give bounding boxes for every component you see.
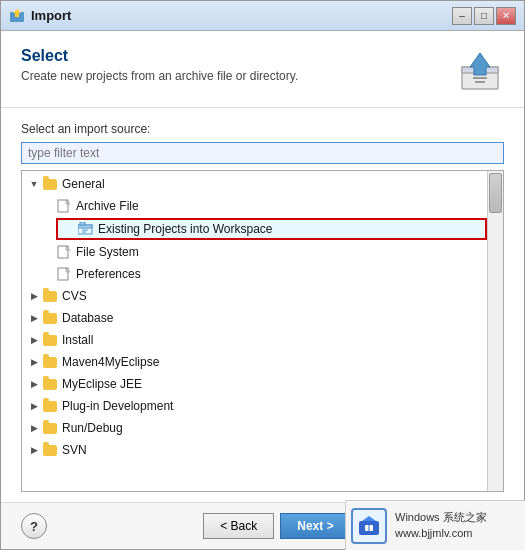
file-icon-preferences (56, 266, 72, 282)
source-label: Select an import source: (21, 122, 504, 136)
tree-item-svn[interactable]: ▶ SVN (22, 439, 487, 461)
project-icon-existing (78, 221, 94, 237)
tree-item-preferences[interactable]: Preferences (22, 263, 487, 285)
import-window: Import – □ ✕ Select Create new projects … (0, 0, 525, 550)
expander-maven[interactable]: ▶ (26, 354, 42, 370)
help-button[interactable]: ? (21, 513, 47, 539)
tree-item-existing-projects-wrapper: Existing Projects into Workspace (22, 218, 487, 240)
tree-item-existing-projects[interactable]: Existing Projects into Workspace (56, 218, 487, 240)
watermark: Windows 系统之家 www.bjjmlv.com (345, 500, 525, 550)
tree-item-myeclipse[interactable]: ▶ MyEclipse JEE (22, 373, 487, 395)
tree-item-cvs[interactable]: ▶ CVS (22, 285, 487, 307)
tree-label-myeclipse: MyEclipse JEE (62, 377, 142, 391)
dialog-title: Select (21, 47, 446, 65)
tree-label-preferences: Preferences (76, 267, 141, 281)
tree-label-rundebug: Run/Debug (62, 421, 123, 435)
title-buttons: – □ ✕ (452, 7, 516, 25)
expander-archive (40, 198, 56, 214)
dialog-description: Create new projects from an archive file… (21, 69, 446, 83)
tree-label-plugin: Plug-in Development (62, 399, 173, 413)
watermark-line2: www.bjjmlv.com (395, 526, 487, 541)
folder-icon-plugin (42, 398, 58, 414)
watermark-text: Windows 系统之家 www.bjjmlv.com (395, 510, 487, 541)
tree-item-install[interactable]: ▶ Install (22, 329, 487, 351)
expander-plugin[interactable]: ▶ (26, 398, 42, 414)
folder-icon-myeclipse (42, 376, 58, 392)
close-button[interactable]: ✕ (496, 7, 516, 25)
expander-svn[interactable]: ▶ (26, 442, 42, 458)
expander-myeclipse[interactable]: ▶ (26, 376, 42, 392)
tree-item-general[interactable]: ▼ General (22, 173, 487, 195)
next-button[interactable]: Next > (280, 513, 350, 539)
tree-item-archive-file[interactable]: Archive File (22, 195, 487, 217)
expander-cvs[interactable]: ▶ (26, 288, 42, 304)
tree-label-database: Database (62, 311, 113, 325)
dialog-content: Select Create new projects from an archi… (1, 31, 524, 549)
title-bar-left: Import (9, 8, 71, 24)
expander-general[interactable]: ▼ (26, 176, 42, 192)
svg-rect-5 (473, 77, 487, 79)
watermark-line1: Windows 系统之家 (395, 510, 487, 525)
folder-icon-database (42, 310, 58, 326)
title-bar: Import – □ ✕ (1, 1, 524, 31)
expander-preferences (40, 266, 56, 282)
tree-label-svn: SVN (62, 443, 87, 457)
footer-left: ? (21, 513, 47, 539)
expander-existing (62, 221, 78, 237)
tree-label-maven: Maven4MyEclipse (62, 355, 159, 369)
folder-icon-general (42, 176, 58, 192)
tree-container[interactable]: ▼ General (21, 170, 504, 492)
folder-icon-maven (42, 354, 58, 370)
folder-icon-rundebug (42, 420, 58, 436)
tree-item-database[interactable]: ▶ Database (22, 307, 487, 329)
tree-label-cvs: CVS (62, 289, 87, 303)
folder-icon-install (42, 332, 58, 348)
tree-scrollbar[interactable] (487, 171, 503, 491)
expander-filesystem (40, 244, 56, 260)
filter-input[interactable] (21, 142, 504, 164)
minimize-button[interactable]: – (452, 7, 472, 25)
folder-icon-cvs (42, 288, 58, 304)
folder-icon-svn (42, 442, 58, 458)
header-section: Select Create new projects from an archi… (1, 31, 524, 108)
tree-item-rundebug[interactable]: ▶ Run/Debug (22, 417, 487, 439)
svg-rect-11 (80, 222, 85, 225)
tree-item-file-system[interactable]: File System (22, 241, 487, 263)
tree-label-archive-file: Archive File (76, 199, 139, 213)
window-title: Import (31, 8, 71, 23)
maximize-button[interactable]: □ (474, 7, 494, 25)
main-section: Select an import source: ▼ General (1, 108, 524, 502)
expander-database[interactable]: ▶ (26, 310, 42, 326)
file-icon-archive (56, 198, 72, 214)
file-icon-filesystem (56, 244, 72, 260)
watermark-logo (351, 508, 387, 544)
svg-rect-6 (475, 81, 485, 83)
window-icon (9, 8, 25, 24)
tree-item-maven[interactable]: ▶ Maven4MyEclipse (22, 351, 487, 373)
header-icon-area (456, 47, 504, 95)
import-icon (458, 49, 502, 93)
header-text: Select Create new projects from an archi… (21, 47, 446, 83)
tree-label-general: General (62, 177, 105, 191)
expander-rundebug[interactable]: ▶ (26, 420, 42, 436)
tree-label-file-system: File System (76, 245, 139, 259)
tree-label-install: Install (62, 333, 93, 347)
back-button[interactable]: < Back (203, 513, 274, 539)
tree-label-existing-projects: Existing Projects into Workspace (98, 222, 273, 236)
scrollbar-thumb[interactable] (489, 173, 502, 213)
tree-item-plugin[interactable]: ▶ Plug-in Development (22, 395, 487, 417)
expander-install[interactable]: ▶ (26, 332, 42, 348)
svg-marker-19 (362, 516, 376, 521)
